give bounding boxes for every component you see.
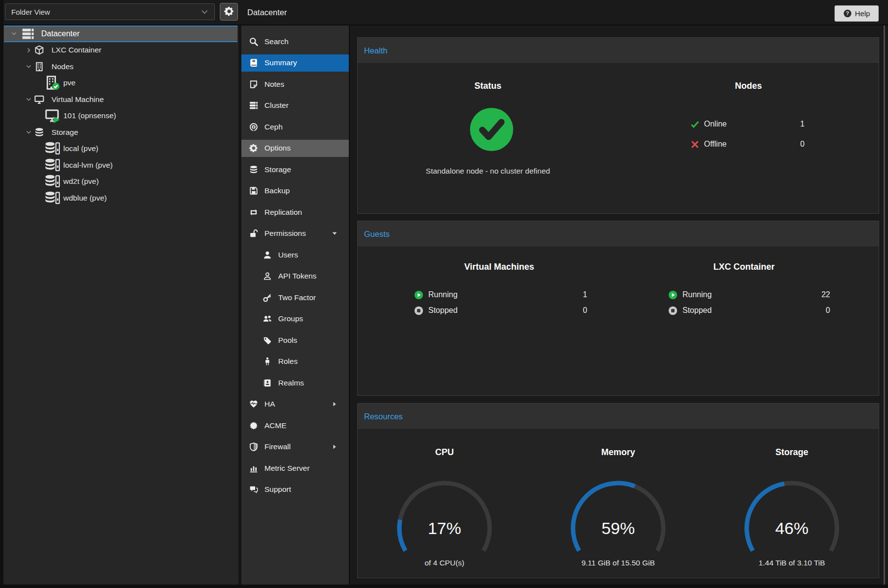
chevron-down-icon[interactable] [11,30,19,37]
menu-item-label: Realms [278,379,304,387]
tree-item-wdblue-pve[interactable]: wdblue (pve) [4,190,237,206]
male-icon [262,357,272,366]
menu-item-pools[interactable]: Pools [241,332,349,349]
tree-item-local-lvm-pve[interactable]: local-lvm (pve) [4,157,237,174]
desktop-icon [34,95,44,104]
menu-item-acme[interactable]: ACME [241,417,349,434]
chevron-down-icon[interactable] [26,96,33,103]
scrollbar[interactable] [884,26,885,588]
resource-tree: DatacenterLXC ContainerNodespveVirtual M… [0,25,238,588]
resources-panel-body: CPU17%of 4 CPU(s)Memory59%9.11 GiB of 15… [358,429,879,578]
status-value: 1 [800,120,805,128]
cross-icon [691,140,699,149]
chevron-down-icon[interactable] [26,63,33,70]
guests-panel: Guests Virtual Machines Running1Stopped0… [357,221,879,396]
menu-item-summary[interactable]: Summary [241,54,349,72]
question-circle-icon: ? [843,9,852,18]
menu-item-storage[interactable]: Storage [241,161,349,178]
tree-item-label: wdblue (pve) [63,194,107,203]
tree-item-101-opnsense[interactable]: 101 (opnsense) [4,108,237,125]
status-label: Running [428,290,458,299]
menu-item-label: Permissions [264,229,306,238]
menu-item-permissions[interactable]: Permissions [241,225,349,242]
menu-item-firewall[interactable]: Firewall [241,438,349,456]
health-panel-header: Health [358,38,879,64]
tree-item-datacenter[interactable]: Datacenter [4,26,237,42]
menu-item-options[interactable]: Options [241,140,349,157]
menu-item-cluster[interactable]: Cluster [241,97,349,114]
menu-item-label: Groups [278,314,303,323]
menu-item-roles[interactable]: Roles [241,353,349,370]
menu-item-label: Support [264,485,291,494]
shield-icon [249,442,258,452]
vm-stopped-row: Stopped0 [414,305,587,316]
nodes-status-column: Nodes Online1Offline0 [618,63,879,213]
menu-item-label: Ceph [264,123,283,131]
status-label: Stopped [682,306,712,315]
virtual-machines-header: Virtual Machines [369,262,629,272]
gauge-sublabel: of 4 CPU(s) [358,559,531,567]
chevron-down-icon [201,8,209,16]
menu-item-search[interactable]: Search [241,33,349,50]
menu-item-users[interactable]: Users [241,246,349,263]
menu-item-two-factor[interactable]: Two Factor [241,289,349,306]
status-label: Online [704,120,727,128]
status-label: Offline [704,140,727,149]
menu-item-label: Firewall [264,442,290,451]
tree-item-label: pve [63,78,76,87]
building-check-icon [45,76,60,90]
menu-item-label: Pools [278,336,297,345]
tree-item-label: Datacenter [41,29,79,38]
tree-item-pve[interactable]: pve [4,75,237,92]
gauge-column-storage: Storage46%1.44 TiB of 3.10 TiB [705,429,879,578]
menu-item-label: Backup [264,186,290,195]
node-offline-row: Offline0 [691,138,805,150]
chevron-right-icon[interactable] [26,47,33,53]
status-value: 22 [821,290,830,299]
menu-item-ceph[interactable]: Ceph [241,118,349,135]
top-bar: Folder View Datacenter ? Help [0,0,888,26]
menu-item-replication[interactable]: Replication [241,204,349,221]
database-drive-icon [45,174,60,189]
gauge-percent: 46% [743,519,841,538]
cluster-status-column: Status Standalone node - no cluster defi… [358,63,618,213]
menu-item-api-tokens[interactable]: API Tokens [241,268,349,285]
comments-icon [249,485,258,494]
resources-panel: Resources CPU17%of 4 CPU(s)Memory59%9.11… [357,403,879,578]
menu-item-ha[interactable]: HA [241,396,349,413]
stop-circle-icon [668,306,678,315]
guests-panel-header: Guests [358,221,879,247]
chevron-down-icon[interactable] [26,129,33,136]
view-mode-selector[interactable]: Folder View [5,3,215,20]
menu-item-label: Summary [264,58,297,67]
menu-item-support[interactable]: Support [241,481,349,498]
tree-item-label: Storage [52,128,78,137]
caret-down-icon [331,230,338,237]
menu-item-realms[interactable]: Realms [241,374,349,391]
menu-item-notes[interactable]: Notes [241,76,349,93]
status-label: Stopped [428,306,458,315]
menu-item-label: Metric Server [264,464,310,473]
check-circle-icon [470,107,514,152]
tree-item-label: wd2t (pve) [63,177,99,186]
floppy-icon [249,186,258,196]
database-drive-icon [45,158,60,173]
lxc-container-header: LXC Container [614,262,874,272]
tree-item-nodes[interactable]: Nodes [4,58,237,75]
tree-settings-button[interactable] [220,3,238,21]
address-book-icon [262,378,272,387]
desktop-play-icon [45,108,60,123]
tree-item-lxc-container[interactable]: LXC Container [4,42,237,59]
chart-icon [249,463,258,473]
help-button[interactable]: ? Help [835,5,879,22]
tree-item-wd2t-pve[interactable]: wd2t (pve) [4,174,237,190]
seal-icon [249,421,258,430]
proxmox-datacenter-app: Folder View Datacenter ? Help Datacenter… [0,0,888,588]
tree-item-storage[interactable]: Storage [4,124,237,141]
menu-item-backup[interactable]: Backup [241,182,349,200]
menu-item-metric-server[interactable]: Metric Server [241,460,349,477]
tree-item-virtual-machine[interactable]: Virtual Machine [4,91,237,108]
menu-item-groups[interactable]: Groups [241,310,349,328]
tree-item-local-pve[interactable]: local (pve) [4,141,237,157]
gauge-column-cpu: CPU17%of 4 CPU(s) [358,429,531,578]
